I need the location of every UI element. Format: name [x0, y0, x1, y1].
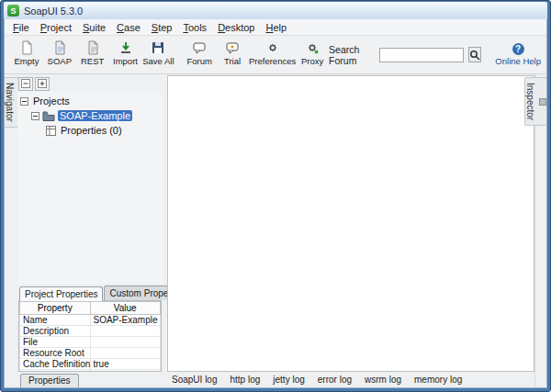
- property-name-cell: Cache Definitions: [20, 359, 91, 370]
- navigator-panel: Projects SOAP-Example: [17, 74, 163, 387]
- online-help-button[interactable]: Online Help: [495, 43, 541, 66]
- menu-desktop[interactable]: Desktop: [212, 21, 260, 34]
- soap-project-button[interactable]: SOAP: [43, 38, 76, 66]
- empty-project-button[interactable]: Empty: [10, 38, 43, 66]
- menu-file[interactable]: File: [7, 21, 35, 34]
- tree-node-projects[interactable]: Projects: [17, 94, 163, 108]
- menu-case[interactable]: Case: [111, 21, 146, 34]
- property-value-cell[interactable]: [90, 348, 161, 359]
- collapse-all-button[interactable]: [18, 77, 33, 91]
- property-name-cell: Name: [20, 315, 91, 326]
- toolbar-button-label: SOAP: [48, 56, 72, 66]
- proxy-button[interactable]: Proxy: [296, 38, 329, 66]
- menu-step[interactable]: Step: [146, 21, 178, 34]
- title-bar: SoapUI 5.3.0: [4, 2, 547, 19]
- menu-tools[interactable]: Tools: [177, 21, 212, 34]
- properties-tabs: Project Properties Custom Properties: [17, 284, 163, 300]
- main-toolbar: Empty SOAP REST Import: [5, 36, 546, 74]
- toolbar-button-label: REST: [81, 56, 104, 66]
- property-row[interactable]: Resource Root: [20, 348, 161, 359]
- toolbar-right-group: Search Forum Online Help: [329, 38, 541, 66]
- save-all-button[interactable]: Save All: [141, 38, 174, 66]
- menu-project[interactable]: Project: [35, 21, 77, 34]
- log-tab-soapui[interactable]: SoapUI log: [172, 375, 217, 385]
- tab-project-properties[interactable]: Project Properties: [19, 286, 103, 301]
- properties-node-label: Properties (0): [59, 125, 124, 136]
- soapui-window: SoapUI 5.3.0 File Project Suite Case Ste…: [0, 0, 551, 392]
- property-value-cell[interactable]: SOAP-Example: [90, 315, 161, 326]
- collapse-icon[interactable]: [31, 112, 39, 120]
- app-frame: File Project Suite Case Step Tools Deskt…: [4, 19, 547, 388]
- log-tab-wsrm[interactable]: wsrm log: [365, 375, 401, 385]
- toolbar-button-label: Preferences: [249, 56, 296, 66]
- property-row[interactable]: Cache Definitions true: [20, 359, 161, 370]
- menu-bar: File Project Suite Case Step Tools Deskt…: [5, 19, 546, 36]
- preferences-icon: [265, 39, 280, 55]
- projects-root-label: Projects: [31, 95, 72, 106]
- log-tab-bar: SoapUI log http log jetty log error log …: [167, 372, 534, 387]
- properties-bottom-tab[interactable]: Properties: [20, 374, 79, 387]
- project-node-label: SOAP-Example: [58, 110, 132, 121]
- help-icon: [512, 43, 524, 55]
- properties-grid-icon: [46, 126, 56, 136]
- forum-button[interactable]: Forum: [183, 38, 216, 66]
- expand-all-button[interactable]: [35, 77, 50, 91]
- toolbar-button-label: Proxy: [301, 56, 323, 66]
- workspace-body: Navigator: [5, 74, 546, 387]
- property-name-cell: File: [20, 337, 91, 348]
- column-header-value: Value: [90, 302, 161, 315]
- expand-all-icon: [38, 79, 47, 88]
- property-value-cell[interactable]: [90, 337, 161, 348]
- log-tab-memory[interactable]: memory log: [414, 375, 462, 385]
- import-icon: [118, 39, 133, 55]
- inspector-tab-label: Inspector: [525, 83, 535, 120]
- search-forum-button[interactable]: [468, 47, 481, 62]
- rest-project-icon: [85, 39, 100, 55]
- tree-node-soap-example[interactable]: SOAP-Example: [17, 108, 163, 123]
- menu-help[interactable]: Help: [261, 21, 293, 34]
- properties-table-header: Property Value: [20, 302, 161, 315]
- collapse-icon[interactable]: [20, 97, 28, 106]
- project-folder-icon: [42, 111, 55, 121]
- log-tab-http[interactable]: http log: [230, 375, 260, 385]
- toolbar-button-label: Empty: [14, 56, 39, 66]
- inspector-strip: Inspector: [534, 74, 546, 387]
- forum-icon: [192, 39, 207, 55]
- search-forum-input[interactable]: [379, 48, 464, 62]
- import-button[interactable]: Import: [109, 38, 142, 66]
- menu-suite[interactable]: Suite: [77, 21, 111, 34]
- preferences-button[interactable]: Preferences: [249, 38, 296, 66]
- property-value-cell[interactable]: true: [90, 359, 161, 370]
- save-all-icon: [151, 39, 165, 55]
- toolbar-button-label: Save All: [142, 56, 174, 66]
- navigator-tab-label: Navigator: [5, 83, 15, 122]
- proxy-icon: [305, 39, 320, 55]
- tree-node-properties[interactable]: Properties (0): [17, 123, 163, 138]
- properties-table-area: Property Value Name SOAP-Example Descrip…: [18, 300, 162, 372]
- rest-project-button[interactable]: REST: [76, 38, 109, 66]
- property-row[interactable]: File: [20, 337, 161, 348]
- log-tab-error[interactable]: error log: [318, 375, 352, 385]
- trial-button[interactable]: Trial: [216, 38, 249, 66]
- inspector-tab[interactable]: Inspector: [524, 77, 546, 126]
- toolbar-button-label: Trial: [224, 56, 241, 66]
- inspector-tab-icon: [539, 98, 546, 106]
- property-name-cell: Description: [20, 326, 91, 337]
- property-value-cell[interactable]: [90, 326, 161, 337]
- log-tab-jetty[interactable]: jetty log: [273, 375, 304, 385]
- online-help-label: Online Help: [495, 56, 541, 66]
- properties-table: Property Value Name SOAP-Example Descrip…: [19, 301, 161, 372]
- soap-project-icon: [52, 39, 67, 55]
- desktop-area[interactable]: [167, 75, 534, 372]
- trial-icon: [225, 39, 240, 55]
- collapse-all-icon: [21, 79, 30, 88]
- property-row[interactable]: Description: [20, 326, 161, 337]
- search-icon: [469, 50, 480, 61]
- empty-project-icon: [19, 39, 34, 55]
- toolbar-button-label: Forum: [186, 56, 211, 66]
- search-forum-label: Search Forum: [329, 44, 375, 66]
- property-row[interactable]: Name SOAP-Example: [20, 315, 161, 326]
- toolbar-button-label: Import: [113, 56, 138, 66]
- property-name-cell: Resource Root: [20, 348, 91, 359]
- navigator-toolbar: [17, 74, 163, 91]
